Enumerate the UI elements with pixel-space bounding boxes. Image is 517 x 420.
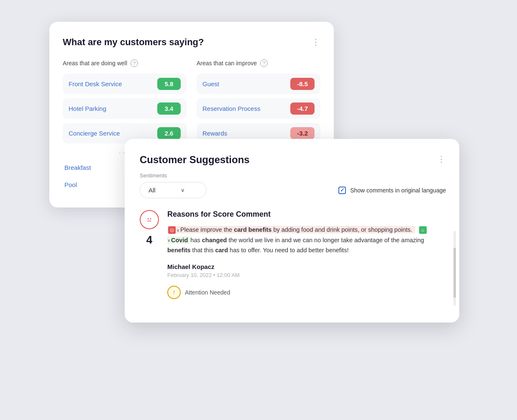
score-badge: 5.8 xyxy=(157,78,181,90)
author-date: February 10, 2022 • 12:00 AM xyxy=(167,272,446,278)
chevron-down-icon: ∨ xyxy=(181,187,185,193)
chevron-icon: ∨ xyxy=(177,228,179,233)
list-item[interactable]: Reservation Process -4.7 xyxy=(197,98,320,119)
comment-highlight-red: ☹∨Please improve the card benefits by ad… xyxy=(167,226,415,233)
area-name: Reservation Process xyxy=(202,105,260,112)
front-card-title: Customer Suggestions xyxy=(140,154,250,166)
score-badge: 3.4 xyxy=(157,102,181,115)
doing-well-label: Areas that are doing well xyxy=(63,60,127,67)
area-name: Front Desk Service xyxy=(69,80,122,87)
language-checkbox[interactable]: ✓ xyxy=(338,187,346,194)
negative-sentiment-icon: ☹ xyxy=(168,226,176,234)
chevron-icon: ∨ xyxy=(167,238,170,243)
area-name: Concierge Service xyxy=(69,130,120,137)
doing-well-help-icon[interactable]: ? xyxy=(131,59,138,67)
doing-well-header: Areas that are doing well ? xyxy=(63,59,187,67)
can-improve-header: Areas that can improve ? xyxy=(197,59,320,67)
score-badge: -8.5 xyxy=(290,78,315,90)
scrollbar-thumb[interactable] xyxy=(453,248,456,298)
score-badge: -4.7 xyxy=(290,102,315,115)
front-card-header: Customer Suggestions ⋮ xyxy=(140,154,446,166)
sad-face-icon xyxy=(140,210,159,229)
sentiments-label: Sentiments xyxy=(140,172,446,179)
list-item[interactable]: Guest -8.5 xyxy=(197,74,320,94)
author-name: Michael Kopacz xyxy=(167,263,446,270)
list-item[interactable]: Front Desk Service 5.8 xyxy=(63,74,187,94)
comment-left: 4 xyxy=(140,210,159,299)
area-name: Breakfast xyxy=(64,164,91,171)
comment-right: Reasons for Score Comment ☹∨Please impro… xyxy=(167,210,446,299)
attention-badge: ! Attention Needed xyxy=(167,286,446,299)
svg-point-1 xyxy=(150,218,151,220)
score-badge: -3.2 xyxy=(290,127,315,139)
svg-point-0 xyxy=(148,218,149,220)
comment-score: 4 xyxy=(146,233,152,246)
comment-text: ☹∨Please improve the card benefits by ad… xyxy=(167,225,446,256)
check-icon: ✓ xyxy=(340,187,345,193)
dropdown-value: All xyxy=(148,187,156,194)
scene: What are my customers saying? ⋮ Areas th… xyxy=(49,22,468,398)
sentiment-controls: All ∨ ✓ Show comments in original langua… xyxy=(140,182,446,198)
attention-text: Attention Needed xyxy=(185,289,230,296)
language-checkbox-area: ✓ Show comments in original language xyxy=(338,187,446,194)
front-card: Customer Suggestions ⋮ Sentiments All ∨ … xyxy=(125,139,459,323)
area-name: Rewards xyxy=(202,130,227,137)
back-card-header: What are my customers saying? ⋮ xyxy=(63,37,320,48)
front-card-menu-icon[interactable]: ⋮ xyxy=(437,154,446,164)
comment-heading: Reasons for Score Comment xyxy=(167,210,446,219)
back-card-menu-icon[interactable]: ⋮ xyxy=(312,37,320,47)
checkbox-label: Show comments in original language xyxy=(350,187,446,194)
positive-sentiment-icon: ☺ xyxy=(419,226,427,234)
can-improve-label: Areas that can improve xyxy=(197,60,257,67)
area-name: Guest xyxy=(202,80,219,87)
score-badge: 2.6 xyxy=(157,127,181,139)
area-name: Pool xyxy=(64,181,77,188)
scrollbar[interactable] xyxy=(453,231,456,306)
sentiments-dropdown[interactable]: All ∨ xyxy=(140,182,207,198)
can-improve-help-icon[interactable]: ? xyxy=(260,59,268,67)
comment-section: 4 Reasons for Score Comment ☹∨Please imp… xyxy=(140,210,446,299)
area-name: Hotel Parking xyxy=(69,105,106,112)
attention-icon: ! xyxy=(167,286,181,299)
list-item[interactable]: Hotel Parking 3.4 xyxy=(63,98,187,119)
back-card-title: What are my customers saying? xyxy=(63,37,204,48)
